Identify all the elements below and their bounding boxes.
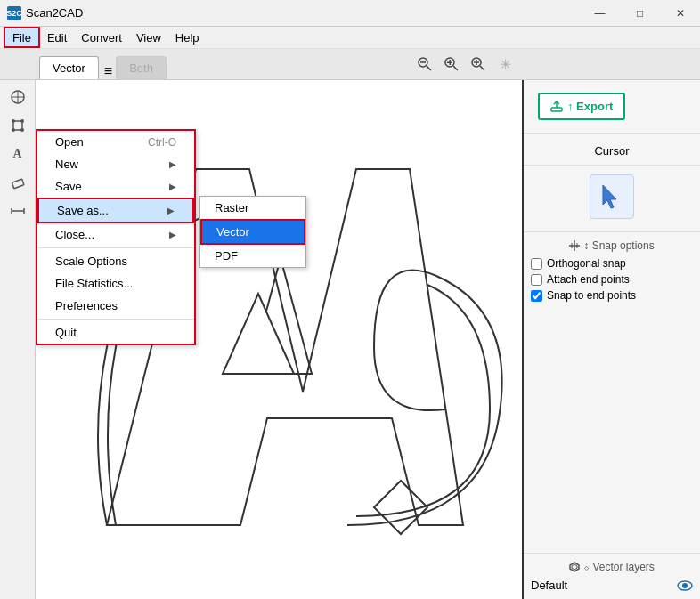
menu-item-view[interactable]: View — [129, 27, 168, 48]
svg-rect-24 — [551, 108, 562, 111]
menu-save[interactable]: Save ▶ — [37, 175, 194, 198]
layer-visible-icon[interactable] — [677, 580, 693, 591]
tab-options-icon[interactable]: ≡ — [104, 63, 112, 79]
svg-rect-19 — [12, 179, 24, 189]
svg-rect-14 — [13, 121, 22, 130]
vector-layers-title: ⬦ Vector layers — [531, 561, 693, 573]
snap-title: ↕ Snap options — [531, 239, 693, 252]
cursor-title: Cursor — [524, 137, 700, 166]
snap-orthogonal-checkbox[interactable] — [531, 258, 542, 270]
panel-spacer — [524, 312, 700, 553]
cursor-box — [590, 174, 634, 219]
snap-attach-end-label: Attach end points — [547, 273, 630, 286]
menu-preferences[interactable]: Preferences — [37, 295, 194, 317]
svg-marker-26 — [603, 185, 616, 208]
menu-item-convert[interactable]: Convert — [74, 27, 129, 48]
menu-bar: File Edit Convert View Help — [0, 27, 700, 49]
snap-to-end-checkbox[interactable] — [531, 290, 542, 302]
title-bar: S2C Scan2CAD — □ ✕ — [0, 0, 700, 27]
maximize-button[interactable]: □ — [620, 0, 660, 27]
snap-to-end-label: Snap to end points — [547, 289, 636, 302]
tool-transform[interactable] — [4, 112, 31, 139]
tool-text[interactable]: A — [4, 141, 31, 167]
save-as-vector[interactable]: Vector — [200, 219, 305, 245]
cursor-arrow-icon — [598, 183, 625, 210]
svg-marker-32 — [572, 564, 577, 570]
vector-layers-icon — [569, 562, 580, 572]
measure-tool-icon — [10, 203, 26, 219]
svg-point-17 — [12, 128, 15, 132]
save-as-pdf[interactable]: PDF — [200, 245, 305, 267]
tool-select[interactable] — [4, 84, 31, 110]
svg-point-34 — [682, 583, 688, 588]
tool-measure[interactable] — [4, 198, 31, 224]
svg-line-8 — [480, 66, 484, 70]
svg-point-15 — [12, 119, 15, 123]
app-title: Scan2CAD — [26, 6, 83, 20]
canvas-area: Open Ctrl-O New ▶ Save ▶ Save as... ▶ Cl… — [36, 80, 522, 599]
zoom-in-button[interactable] — [466, 52, 491, 77]
save-as-raster[interactable]: Raster — [200, 197, 305, 219]
menu-item-edit[interactable]: Edit — [40, 27, 74, 48]
loading-button[interactable]: ✳ — [492, 52, 517, 77]
menu-scale-options[interactable]: Scale Options — [37, 250, 194, 272]
app-logo: S2C Scan2CAD — [7, 6, 83, 20]
tool-eraser[interactable] — [4, 169, 31, 196]
snap-orthogonal-label: Orthogonal snap — [547, 257, 626, 270]
export-icon — [550, 101, 563, 113]
layer-default-row: Default — [531, 579, 693, 592]
snap-icon — [569, 240, 580, 251]
svg-rect-6 — [450, 60, 452, 65]
menu-item-file[interactable]: File — [4, 27, 40, 48]
menu-divider-2 — [37, 319, 194, 320]
svg-line-1 — [427, 66, 431, 70]
zoom-fit-icon — [444, 57, 459, 71]
file-menu: Open Ctrl-O New ▶ Save ▶ Save as... ▶ Cl… — [36, 129, 196, 345]
zoom-out-button[interactable] — [412, 52, 437, 77]
minimize-button[interactable]: — — [580, 0, 620, 27]
right-panel: ↑ Export Cursor — [522, 80, 700, 599]
tab-vector[interactable]: Vector — [39, 56, 99, 79]
menu-divider-1 — [37, 247, 194, 248]
logo-icon: S2C — [7, 6, 21, 20]
menu-close[interactable]: Close... ▶ — [37, 223, 194, 246]
menu-save-as[interactable]: Save as... ▶ — [37, 198, 194, 223]
cursor-icon-area — [524, 166, 700, 228]
cursor-section: Cursor — [524, 134, 700, 231]
tab-both[interactable]: Both — [116, 56, 167, 79]
save-as-submenu: Raster Vector PDF — [199, 196, 306, 268]
close-button[interactable]: ✕ — [660, 0, 700, 27]
zoom-out-icon — [418, 57, 432, 71]
snap-orthogonal: Orthogonal snap — [531, 257, 693, 270]
left-toolbar: A — [0, 80, 36, 599]
menu-file-statistics[interactable]: File Statistics... — [37, 272, 194, 295]
transform-tool-icon — [10, 117, 26, 134]
layer-default-label: Default — [531, 579, 567, 592]
menu-item-help[interactable]: Help — [168, 27, 207, 48]
snap-section: ↕ Snap options Orthogonal snap Attach en… — [524, 231, 700, 312]
export-button[interactable]: ↑ Export — [538, 93, 625, 120]
eraser-tool-icon — [10, 174, 26, 190]
zoom-in-icon — [471, 57, 485, 71]
snap-attach-end-checkbox[interactable] — [531, 274, 542, 286]
menu-quit[interactable]: Quit — [37, 321, 194, 344]
select-tool-icon — [10, 89, 26, 105]
snap-attach-end: Attach end points — [531, 273, 693, 286]
zoom-fit-button[interactable] — [439, 52, 464, 77]
menu-new[interactable]: New ▶ — [37, 153, 194, 175]
menu-open[interactable]: Open Ctrl-O — [37, 131, 194, 153]
vector-layers-section: ⬦ Vector layers Default — [524, 553, 700, 599]
snap-to-end: Snap to end points — [531, 289, 693, 302]
svg-point-16 — [20, 119, 24, 123]
svg-line-4 — [453, 66, 458, 70]
svg-point-18 — [20, 128, 24, 132]
title-controls: — □ ✕ — [580, 0, 700, 27]
